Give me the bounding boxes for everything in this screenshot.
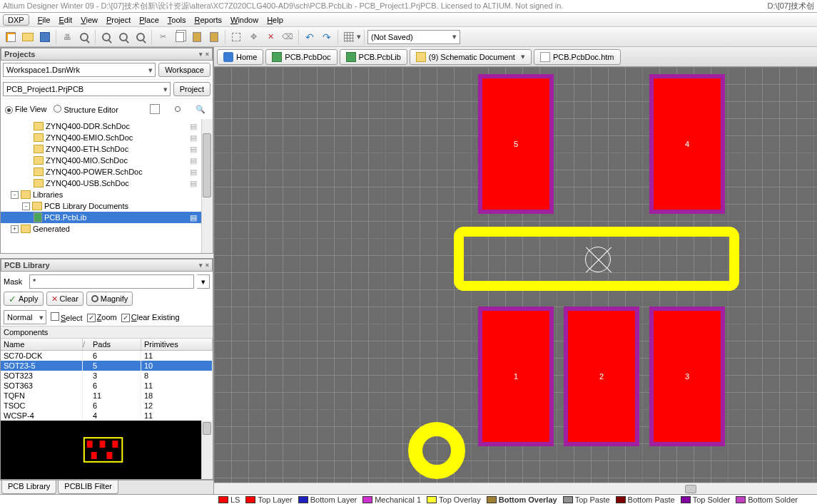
tree-item[interactable]: ZYNQ400-EMIO.SchDoc▤ xyxy=(1,132,213,143)
doc-tab[interactable]: PCB.PcbDoc xyxy=(265,49,337,65)
menu-project[interactable]: Project xyxy=(102,14,135,26)
table-row[interactable]: SOT23-5510 xyxy=(1,361,213,371)
table-row[interactable]: SC70-DCK611 xyxy=(1,351,213,361)
new-button[interactable] xyxy=(3,29,19,45)
pad-3[interactable]: 3 xyxy=(649,307,725,446)
title-right-path: D:\[07]技术创 xyxy=(768,1,814,11)
structure-radio[interactable]: Structure Editor xyxy=(54,105,118,114)
cut-button[interactable]: ✂ xyxy=(155,29,171,45)
tree-item[interactable]: -PCB Library Documents xyxy=(1,200,213,212)
pad-5[interactable]: 5 xyxy=(478,74,554,214)
tree-item[interactable]: ZYNQ400-POWER.SchDoc▤ xyxy=(1,166,213,178)
table-row[interactable]: TSOC612 xyxy=(1,401,213,411)
footprint-preview xyxy=(1,421,213,479)
canvas-hscroll[interactable] xyxy=(214,483,817,494)
mask-input[interactable] xyxy=(29,274,194,289)
pcblib-panel-header[interactable]: PCB Library ▾× xyxy=(1,259,213,272)
zoom-area-button[interactable] xyxy=(98,29,114,45)
mask-label: Mask xyxy=(4,277,26,286)
tab-pcblib-filter[interactable]: PCBLIB Filter xyxy=(58,480,118,494)
deselect-button[interactable]: ✕ xyxy=(263,29,278,45)
clear-button[interactable]: ⌫ xyxy=(280,29,295,45)
save-button[interactable] xyxy=(37,29,53,45)
pcb-icon xyxy=(272,52,282,62)
tree-item[interactable]: ZYNQ400-MIO.SchDoc▤ xyxy=(1,155,213,166)
compile-button[interactable] xyxy=(147,101,163,117)
magnify-button[interactable]: Magnify xyxy=(86,292,133,306)
doc-tab[interactable]: Home xyxy=(217,49,263,65)
menu-help[interactable]: Help xyxy=(263,14,288,26)
redo-button[interactable]: ↷ xyxy=(319,29,335,45)
table-row[interactable]: WCSP-4411 xyxy=(1,411,213,421)
project-field[interactable]: PCB_Project1.PrjPCB xyxy=(3,82,171,96)
zoom-fit-button[interactable] xyxy=(116,29,131,45)
menu-tools[interactable]: Tools xyxy=(163,14,191,26)
clear-button[interactable]: ✕Clear xyxy=(46,292,83,306)
project-tree[interactable]: ZYNQ400-DDR.SchDoc▤ZYNQ400-EMIO.SchDoc▤Z… xyxy=(1,119,213,253)
pad-4[interactable]: 4 xyxy=(649,74,725,214)
mask-dropdown[interactable]: ▾ xyxy=(197,274,210,289)
title-text: Altium Designer Winter 09 - D:\[07]技术创新\… xyxy=(3,1,563,11)
components-label: Components xyxy=(1,326,213,339)
preview-scrollbar[interactable] xyxy=(201,421,213,479)
snap-combo[interactable]: (Not Saved) xyxy=(367,30,460,44)
zoom-sel-button[interactable] xyxy=(133,29,148,45)
doc-tab[interactable]: PCB.PcbDoc.htm xyxy=(534,49,621,65)
menu-reports[interactable]: Reports xyxy=(190,14,226,26)
projects-panel-header[interactable]: Projects ▾× xyxy=(1,48,213,61)
menu-window[interactable]: Window xyxy=(226,14,263,26)
refresh-button[interactable]: 🔍 xyxy=(193,101,208,117)
left-bottom-tabs: PCB Library PCBLIB Filter xyxy=(0,480,213,494)
pad-1[interactable]: 1 xyxy=(478,307,554,446)
open-button[interactable] xyxy=(20,29,36,45)
undo-button[interactable]: ↶ xyxy=(302,29,318,45)
tab-pcb-library[interactable]: PCB Library xyxy=(1,480,56,494)
move-button[interactable]: ✥ xyxy=(245,29,261,45)
pad-2[interactable]: 2 xyxy=(564,307,639,446)
components-table[interactable]: Name / Pads Primitives SC70-DCK611SOT23-… xyxy=(1,339,213,421)
select-rect-button[interactable] xyxy=(228,29,244,45)
workspace-combo[interactable]: Workspace1.DsnWrk xyxy=(3,63,156,77)
open-icon xyxy=(22,33,34,41)
menu-view[interactable]: View xyxy=(76,14,102,26)
layer-bar[interactable]: LSTop LayerBottom LayerMechanical 1Top O… xyxy=(0,494,817,504)
tree-scrollbar[interactable] xyxy=(201,119,213,253)
zoom-check[interactable]: Zoom xyxy=(87,313,117,322)
tree-item[interactable]: ZYNQ400-ETH.SchDoc▤ xyxy=(1,143,213,155)
menu-file[interactable]: File xyxy=(34,14,55,26)
table-row[interactable]: TQFN1118 xyxy=(1,391,213,401)
browse-button[interactable] xyxy=(170,101,186,117)
doc-tab[interactable]: PCB.PcbLib xyxy=(340,49,407,65)
print-button[interactable]: 🖶 xyxy=(59,29,75,45)
normal-combo[interactable]: Normal xyxy=(4,310,46,324)
paste-special-button[interactable] xyxy=(206,29,222,45)
tree-item[interactable]: -Libraries xyxy=(1,189,213,200)
fileview-radio[interactable]: File View xyxy=(5,105,46,114)
table-row[interactable]: SOT32338 xyxy=(1,371,213,381)
pcb-canvas[interactable]: 5 4 1 2 3 xyxy=(214,67,817,483)
table-row[interactable]: SOT363611 xyxy=(1,381,213,391)
select-check[interactable]: Select xyxy=(51,312,83,322)
tree-item[interactable]: ZYNQ400-USB.SchDoc▤ xyxy=(1,178,213,189)
project-button[interactable]: Project xyxy=(173,82,210,96)
tree-item[interactable]: ZYNQ400-DDR.SchDoc▤ xyxy=(1,120,213,132)
preview-button[interactable] xyxy=(76,29,92,45)
sch-icon xyxy=(416,52,426,62)
paste-button[interactable] xyxy=(189,29,205,45)
clear-existing-check[interactable]: Clear Existing xyxy=(121,313,180,322)
apply-button[interactable]: ✓Apply xyxy=(4,292,44,306)
save-icon xyxy=(40,32,50,42)
col-name[interactable]: Name xyxy=(1,339,83,350)
menu-edit[interactable]: Edit xyxy=(54,14,76,26)
pcblib-panel: PCB Library ▾× Mask ▾ ✓Apply ✕Clear Magn… xyxy=(0,258,213,480)
workspace-button[interactable]: Workspace xyxy=(158,63,210,77)
menu-place[interactable]: Place xyxy=(135,14,163,26)
copy-button[interactable] xyxy=(172,29,188,45)
doc-tab[interactable]: (9) Schematic Document xyxy=(410,49,532,65)
dxp-menu[interactable]: DXP xyxy=(3,14,29,26)
grid-button[interactable] xyxy=(341,29,357,45)
tree-item[interactable]: +Generated xyxy=(1,223,213,235)
tree-item[interactable]: PCB.PcbLib▤ xyxy=(1,212,213,223)
col-pads[interactable]: Pads xyxy=(90,339,141,350)
col-prim[interactable]: Primitives xyxy=(141,339,213,350)
